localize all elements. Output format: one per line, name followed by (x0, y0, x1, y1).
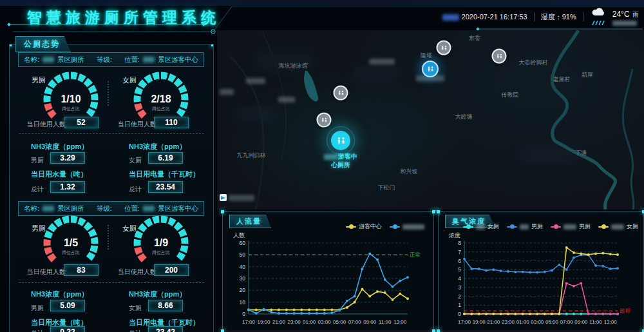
toilet-info-bar: 名称:景区厕所 等级: 位置:景区游客中心 (18, 52, 204, 67)
legend-item[interactable]: 男厕 (551, 222, 591, 231)
map-place-label: 大岙岭脚村 (519, 59, 548, 67)
nh3-label-female: NH3浓度（ppm） (129, 289, 186, 299)
usage-value: 52 (64, 117, 99, 128)
power-value: 23.42 (148, 326, 183, 332)
svg-text:17:00: 17:00 (458, 319, 471, 325)
weather-widget: 24°C 雨 (590, 8, 639, 26)
toilet-marker-icon[interactable] (437, 41, 451, 55)
power-label: 当日用电量（千瓦时） (129, 170, 200, 179)
row-label: 女厕 (129, 156, 142, 165)
map-logo-icon (220, 194, 227, 201)
toilet-marker-icon[interactable] (422, 61, 439, 77)
male-occupancy-gauge: 1/5蹲位占比 (37, 211, 104, 273)
weather-text: 雨 (632, 11, 639, 18)
svg-text:23:00: 23:00 (288, 319, 301, 325)
svg-text:8: 8 (458, 240, 461, 246)
legend-item[interactable] (390, 224, 424, 229)
nh3-label-male: NH3浓度（ppm） (31, 142, 88, 151)
power-value: 23.54 (148, 181, 183, 193)
selected-toilet-marker-icon[interactable] (331, 131, 350, 150)
svg-text:2/18: 2/18 (151, 93, 171, 104)
redacted-series-name (476, 224, 485, 229)
svg-text:蹲位占比: 蹲位占比 (62, 106, 80, 112)
svg-text:09:00: 09:00 (574, 319, 588, 325)
dashboard: 智慧旅游厕所管理系统 2020-07-21 16:17:53 湿度：91% (0, 0, 644, 332)
svg-text:20: 20 (240, 287, 246, 293)
redacted-series-name (564, 224, 576, 229)
svg-text:蹲位占比: 蹲位占比 (62, 250, 80, 255)
svg-text:03:00: 03:00 (531, 319, 544, 325)
map-place-label: 下松门 (378, 184, 395, 192)
redacted-map-label (220, 89, 234, 95)
map[interactable]: 海坑游泳馆东岙隆塔大岙岭脚村新屋老屋村传教院大岭塘九九回归林和兴坡下松门下塘游客… (217, 30, 644, 210)
svg-text:60: 60 (240, 240, 246, 246)
svg-text:10: 10 (240, 299, 246, 306)
map-place-label: 下塘 (575, 149, 587, 157)
svg-text:1/5: 1/5 (64, 237, 78, 248)
divider (108, 225, 109, 249)
svg-text:正常: 正常 (410, 251, 421, 258)
redacted-location (143, 57, 155, 63)
svg-text:40: 40 (240, 264, 246, 270)
odor-legend: 女厕男厕男厕女厕 (463, 222, 638, 231)
redacted-map-label (278, 97, 295, 103)
map-place-label: 东岙 (469, 34, 480, 43)
redacted-location-label (442, 14, 459, 21)
usage-label: 当日使用人数 (118, 120, 156, 129)
top-strip (0, 0, 644, 6)
tab-toilet-status[interactable]: 公厕态势 (15, 36, 71, 52)
toilet-marker-icon[interactable] (492, 49, 507, 64)
page-title: 智慧旅游厕所管理系统 (27, 8, 220, 28)
map-place-label: 隆塔 (421, 52, 432, 60)
divider (19, 133, 204, 134)
row-label: 总计 (129, 185, 142, 194)
svg-text:19:00: 19:00 (257, 319, 270, 325)
toilet-marker-icon[interactable] (334, 86, 348, 101)
svg-text:6: 6 (458, 258, 461, 264)
svg-text:1: 1 (458, 302, 461, 308)
svg-text:23:00: 23:00 (502, 319, 515, 325)
nh3-value-female: 6.19 (148, 152, 183, 164)
people-flow-panel: 人流量 游客中心 0102030405060人数17:0019:0021:002… (222, 211, 434, 331)
row-label: 总计 (31, 185, 44, 194)
map-place-label: 新屋 (582, 71, 593, 79)
svg-text:11:00: 11:00 (379, 319, 392, 325)
rain-icon (590, 8, 608, 25)
legend-item[interactable]: 游客中心 (346, 222, 382, 231)
redacted-city (612, 21, 637, 26)
svg-text:05:00: 05:00 (333, 319, 346, 325)
divider (19, 282, 204, 283)
legend-item[interactable]: 男厕 (507, 222, 543, 231)
svg-text:超标: 超标 (620, 308, 631, 314)
tab-people-flow[interactable]: 人流量 (229, 215, 271, 228)
svg-text:07:00: 07:00 (560, 319, 574, 325)
toilet-status-panel: 名称:景区厕所 等级: 位置:景区游客中心 男厕 女厕 1/10蹲位占比 2/1… (9, 44, 214, 332)
legend-item[interactable]: 女厕 (463, 222, 499, 231)
toilet-marker-icon[interactable] (317, 113, 332, 128)
divider (583, 12, 583, 21)
legend-item[interactable]: 女厕 (598, 222, 638, 231)
svg-text:0: 0 (242, 311, 245, 317)
people-flow-chart: 0102030405060人数17:0019:0021:0023:0001:00… (227, 231, 430, 328)
water-value: 1.32 (50, 181, 85, 193)
svg-text:21:00: 21:00 (272, 319, 286, 325)
svg-text:人数: 人数 (233, 232, 245, 239)
odor-chart: 012345678浓度17:0019:0021:0023:0001:0003:0… (442, 231, 639, 328)
row-label: 总计 (31, 329, 44, 332)
nh3-value-male: 5.09 (50, 300, 85, 311)
row-label: 总计 (129, 329, 142, 332)
redacted-name (43, 57, 54, 63)
redacted-scenic-name (324, 154, 338, 160)
header-status-bar: 2020-07-21 16:17:53 湿度：91% 24°C (442, 8, 639, 26)
divider (108, 81, 109, 106)
row-label: 女厕 (129, 304, 142, 313)
svg-text:11:00: 11:00 (589, 319, 602, 325)
humidity: 湿度：91% (541, 12, 576, 22)
redacted-attribution (229, 195, 254, 201)
svg-text:1/9: 1/9 (154, 237, 168, 248)
odor-panel: 臭气浓度 女厕男厕男厕女厕 012345678浓度17:0019:0021:00… (438, 211, 644, 331)
usage-label: 当日使用人数 (118, 268, 156, 277)
svg-text:13:00: 13:00 (393, 319, 407, 325)
map-attribution (220, 194, 254, 201)
nh3-value-male: 3.29 (50, 152, 85, 164)
